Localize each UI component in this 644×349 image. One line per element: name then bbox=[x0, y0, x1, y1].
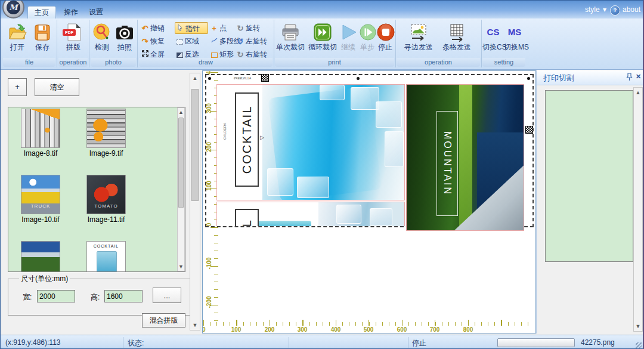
cocktail-photo bbox=[262, 85, 404, 200]
switch-ms-button[interactable]: MS 切换MS bbox=[504, 22, 525, 51]
stop-button[interactable]: 停止 bbox=[376, 22, 394, 51]
help-icon[interactable]: ? bbox=[610, 5, 620, 16]
run-state-label: 停止 bbox=[412, 338, 426, 348]
scroll-up-icon[interactable]: ▲ bbox=[190, 75, 200, 81]
tab-settings[interactable]: 设置 bbox=[82, 6, 110, 18]
mountain-title-text: MOUNTAIN bbox=[442, 131, 453, 196]
edge-send-button[interactable]: 寻边发送 bbox=[400, 22, 437, 51]
h-ruler-label: 800 bbox=[463, 326, 473, 333]
open-folder-icon bbox=[8, 22, 27, 42]
detect-button[interactable]: 检测 bbox=[91, 22, 113, 51]
stop-icon bbox=[376, 22, 395, 42]
scroll-down-icon[interactable]: ▼ bbox=[178, 264, 184, 270]
region-tool-button[interactable]: 区域 bbox=[175, 35, 208, 47]
scroll-down-icon[interactable]: ▼ bbox=[190, 322, 200, 328]
placed-image-mountain[interactable]: MOUNTAIN bbox=[406, 84, 524, 231]
thumbnail-list: Image-8.tif Image-9.tif TRUCK Image-10.t… bbox=[8, 107, 185, 272]
group-label-draw: draw bbox=[139, 58, 273, 67]
clear-list-button[interactable]: 清空 bbox=[35, 78, 79, 96]
rotate-button[interactable]: ↻旋转 bbox=[236, 22, 273, 34]
scroll-up-icon[interactable]: ▲ bbox=[634, 89, 642, 95]
tab-operation[interactable]: 操作 bbox=[57, 6, 85, 18]
thumbnail-image-8[interactable] bbox=[21, 109, 60, 148]
size-fieldset: 尺寸(单位:mm) 宽: 高: ... bbox=[8, 274, 200, 316]
resize-grip[interactable] bbox=[636, 342, 642, 348]
thumbnail-image-11[interactable]: TOMATO bbox=[86, 175, 126, 214]
pdf-badge: PDF bbox=[63, 29, 76, 36]
thumbnail-image-10[interactable]: TRUCK bbox=[21, 175, 60, 214]
placed-image-cocktail[interactable]: COCKTAIL CALDERA ▽ bbox=[216, 84, 405, 200]
thumbnail-overlay-text: TOMATO bbox=[87, 203, 125, 209]
cut-job-list[interactable] bbox=[545, 90, 633, 262]
statusbar-divider bbox=[123, 337, 123, 348]
cocktail-copy-photo bbox=[318, 202, 404, 226]
close-icon[interactable]: ✕ bbox=[636, 73, 641, 81]
thumbnail-overlay-text: TRUCK bbox=[21, 203, 60, 209]
step-button[interactable]: 单步 bbox=[358, 22, 376, 51]
print-cut-panel-header: 打印切割 ✕ bbox=[537, 70, 643, 85]
cocktail-title-box: COCKTAIL bbox=[235, 92, 259, 187]
style-dropdown[interactable]: style bbox=[585, 4, 600, 15]
scroll-up-icon[interactable]: ▲ bbox=[178, 109, 184, 115]
scrollbar-thumb[interactable] bbox=[178, 118, 184, 208]
cocktail-copy-partial-text: IL bbox=[240, 219, 254, 226]
size-legend: 尺寸(单位:mm) bbox=[19, 274, 70, 284]
glass-rim-shape bbox=[254, 221, 311, 226]
qr-mark bbox=[261, 74, 269, 82]
v-ruler-label: -100 bbox=[206, 256, 212, 271]
step-play-icon bbox=[358, 22, 377, 42]
scroll-down-icon[interactable]: ▼ bbox=[634, 323, 642, 329]
point-crosshair-icon: + bbox=[209, 23, 219, 35]
group-label-setting: setting bbox=[482, 58, 525, 67]
save-button[interactable]: 保存 bbox=[30, 22, 54, 51]
width-input[interactable] bbox=[37, 290, 75, 302]
thumbnail-label: Image-10.tif bbox=[12, 215, 69, 224]
pointer-tool-button[interactable]: 指针 bbox=[175, 22, 208, 34]
switch-cs-button[interactable]: CS 切换CS bbox=[482, 22, 504, 51]
add-image-button[interactable]: + bbox=[8, 78, 27, 96]
panel-title: 打印切割 bbox=[543, 73, 574, 84]
layout-canvas[interactable]: 400 300 200 100 0 -100 -200 0 100 200 30… bbox=[202, 70, 536, 333]
pin-icon[interactable] bbox=[626, 73, 633, 84]
about-button[interactable]: about bbox=[623, 4, 640, 15]
redo-button[interactable]: ↷恢复 bbox=[140, 35, 174, 47]
h-ruler-label: 500 bbox=[364, 326, 374, 333]
thumbnail-list-scrollbar[interactable]: ▲ ▼ bbox=[177, 107, 185, 271]
rotate-left-button[interactable]: ↺左旋转 bbox=[236, 35, 273, 47]
grid-send-button[interactable]: 条格发送 bbox=[438, 22, 475, 51]
thumbnail-image-12[interactable] bbox=[21, 241, 60, 272]
save-floppy-icon bbox=[33, 22, 52, 42]
h-ruler-label: 300 bbox=[298, 326, 308, 333]
group-label-print: print bbox=[275, 58, 394, 67]
thumbnail-image-13[interactable]: COCKTAIL bbox=[86, 241, 126, 272]
resume-button[interactable]: 继续 bbox=[339, 22, 357, 51]
sidebar-scrollbar[interactable]: ▲ ▼ bbox=[190, 73, 200, 331]
ribbon-group-operation: PDF 拼版 operation bbox=[57, 20, 89, 67]
ribbon-group-file: 打开 保存 file bbox=[2, 20, 57, 67]
placed-image-cocktail-copy[interactable]: IL bbox=[216, 202, 405, 226]
open-button[interactable]: 打开 bbox=[5, 22, 29, 51]
camera-icon bbox=[115, 22, 134, 42]
h-ruler-label: 400 bbox=[331, 326, 341, 333]
grid-send-icon bbox=[447, 22, 466, 42]
polyline-icon bbox=[209, 36, 219, 48]
loop-cut-button[interactable]: 循环裁切 bbox=[307, 22, 338, 51]
thumbnail-image-9[interactable] bbox=[86, 109, 126, 148]
ribbon: 打开 保存 file PDF 拼版 operation bbox=[1, 18, 643, 70]
mixed-impose-button[interactable]: 混合拼版 bbox=[142, 313, 185, 328]
chevron-down-icon[interactable]: ▾ bbox=[603, 4, 606, 15]
statusbar-divider bbox=[289, 337, 289, 348]
undo-button[interactable]: ↶撤销 bbox=[140, 22, 174, 34]
height-input[interactable] bbox=[104, 290, 143, 302]
app-menu-button[interactable]: M bbox=[2, 0, 24, 18]
single-cut-button[interactable]: 单次裁切 bbox=[275, 22, 306, 51]
impose-button[interactable]: PDF 拼版 bbox=[61, 22, 85, 51]
cocktail-title-text: COCKTAIL bbox=[240, 106, 254, 174]
browse-size-button[interactable]: ... bbox=[153, 288, 181, 303]
cs-text-icon: CS bbox=[484, 22, 503, 42]
cursor-coordinates: (x:919,y:486):113 bbox=[5, 338, 61, 347]
tab-home[interactable]: 主页 bbox=[27, 6, 56, 18]
panel-scrollbar[interactable]: ▲ ▼ bbox=[633, 87, 643, 332]
scrollbar-thumb[interactable] bbox=[191, 89, 199, 201]
capture-button[interactable]: 拍照 bbox=[113, 22, 136, 51]
